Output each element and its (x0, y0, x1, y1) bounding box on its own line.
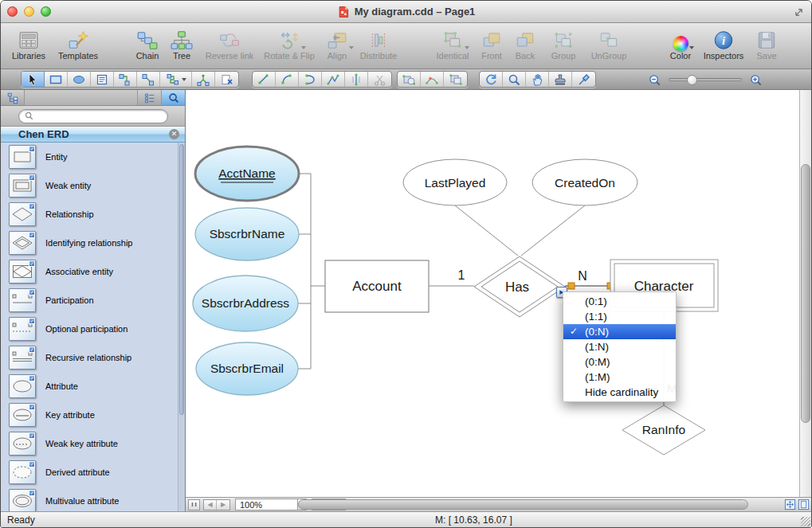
library-item-entity[interactable]: ✓Entity (1, 143, 185, 171)
library-item-multivalue-attribute[interactable]: ✓Multivalue attribute (1, 487, 185, 511)
sidebar-scrollbar-thumb[interactable] (179, 144, 184, 415)
checkbox-icon[interactable]: ✓ (29, 260, 35, 267)
curve-tool-button[interactable] (299, 72, 322, 87)
library-item-optional-participation[interactable]: ✓Optional participation (1, 315, 185, 343)
direct-connector-tool-button[interactable] (137, 72, 160, 87)
text-tool-button[interactable] (91, 72, 114, 87)
relationship-thumbnail[interactable]: ✓ (9, 202, 36, 226)
checkbox-icon[interactable]: ✓ (29, 461, 35, 467)
vertical-scrollbar-thumb[interactable] (801, 164, 810, 423)
zoom-slider-knob[interactable] (687, 75, 697, 85)
checkbox-icon[interactable]: ✓ (29, 318, 35, 324)
select-tool-button[interactable] (22, 72, 45, 87)
checkbox-icon[interactable]: ✓ (29, 404, 35, 410)
resize-grip[interactable] (801, 517, 810, 526)
drawing-canvas[interactable]: M AcctName SbscrbrName SbscrbrAddress Sb… (186, 90, 799, 497)
splitter-button[interactable]: I I (188, 499, 200, 510)
library-item-key-attribute[interactable]: ✓Key attribute (1, 401, 185, 429)
attribute-thumbnail[interactable]: ✓ (9, 374, 36, 398)
checkbox-icon[interactable]: ✓ (29, 490, 35, 496)
fit-to-window-icon[interactable] (784, 499, 796, 510)
key-attribute-thumbnail[interactable]: ✓ (9, 403, 36, 427)
menu-item-1-1[interactable]: (1:1) (563, 309, 676, 324)
library-item-weak-entity[interactable]: ✓Weak entity (1, 171, 185, 200)
menu-item-0-1[interactable]: (0:1) (563, 294, 676, 309)
weak-key-attribute-thumbnail[interactable]: ✓ (9, 432, 36, 456)
multivalue-attribute-thumbnail[interactable]: ✓ (9, 489, 36, 511)
actual-size-icon[interactable] (798, 499, 810, 510)
arc-tool-button[interactable] (276, 72, 299, 87)
line-tool-button[interactable] (253, 72, 276, 87)
fullscreen-icon[interactable] (793, 6, 805, 18)
zoom-percent-field[interactable]: 100% (235, 499, 307, 510)
optional-participation-thumbnail[interactable]: ✓ (9, 317, 36, 341)
zoom-in-icon[interactable] (749, 73, 763, 87)
horizontal-scrollbar-thumb[interactable] (298, 499, 748, 510)
zoom-slider[interactable] (669, 78, 742, 81)
zoom-tool-button[interactable] (503, 72, 526, 87)
tree-connector-tool-button[interactable] (192, 72, 215, 87)
entity-thumbnail[interactable]: ✓ (9, 145, 36, 169)
library-item-derived-attribute[interactable]: ✓Derived attribute (1, 458, 185, 487)
connector-createdon-has[interactable] (521, 205, 585, 256)
library-item-participation[interactable]: ✓Participation (1, 286, 185, 315)
library-tree-button[interactable] (1, 90, 25, 105)
library-search-button[interactable] (161, 90, 185, 105)
checkbox-icon[interactable]: ✓ (29, 232, 35, 238)
library-item-associative-entity[interactable]: ✓Associative entity (1, 257, 185, 286)
participation-thumbnail[interactable]: ✓ (9, 288, 36, 312)
vertical-scrollbar[interactable] (799, 90, 811, 497)
search-field[interactable] (18, 109, 168, 123)
checkbox-icon[interactable]: ✓ (29, 346, 35, 353)
menu-item-1-m[interactable]: (1:M) (563, 370, 676, 385)
checkbox-icon[interactable]: ✓ (29, 146, 35, 152)
checkbox-icon[interactable]: ✓ (29, 432, 35, 439)
menu-item-1-n[interactable]: (1:N) (563, 339, 676, 354)
combine-subtract-tool-button[interactable] (398, 72, 421, 87)
rotate-tool-button[interactable] (480, 72, 503, 87)
zoom-out-icon[interactable] (648, 73, 661, 87)
zoom-window-button[interactable] (41, 6, 51, 17)
minimize-window-button[interactable] (24, 6, 34, 17)
identifying-relationship-thumbnail[interactable]: ✓ (9, 231, 36, 255)
disconnect-tool-button[interactable] (215, 72, 238, 87)
rectangle-tool-button[interactable] (45, 72, 68, 87)
menu-item-0-m[interactable]: (0:M) (563, 354, 676, 370)
pan-tool-button[interactable] (526, 72, 549, 87)
weak-entity-thumbnail[interactable]: ✓ (9, 174, 36, 198)
prev-page-icon[interactable]: ◀ (204, 500, 217, 510)
library-close-icon[interactable]: ✕ (169, 129, 179, 139)
connector-lastplayed-has[interactable] (455, 205, 518, 256)
checkbox-icon[interactable]: ✓ (29, 289, 35, 295)
menu-item-hide-cardinality[interactable]: Hide cardinality (563, 385, 676, 400)
checkbox-icon[interactable]: ✓ (29, 174, 35, 181)
checkbox-icon[interactable]: ✓ (29, 375, 35, 381)
library-item-weak-key-attribute[interactable]: ✓Weak key attribute (1, 429, 185, 458)
elbow-connector-tool-button[interactable] (114, 72, 137, 87)
close-window-button[interactable] (7, 6, 18, 17)
next-page-icon[interactable]: ▶ (217, 500, 229, 510)
derived-attribute-thumbnail[interactable]: ✓ (9, 460, 36, 484)
ellipse-tool-button[interactable] (68, 72, 91, 87)
library-item-identifying-relationship[interactable]: ✓Identifying relationship (1, 229, 185, 257)
search-input[interactable] (37, 111, 162, 122)
polyline-tool-button[interactable] (322, 72, 345, 87)
library-list-view-button[interactable] (137, 90, 161, 105)
split-tool-button[interactable] (345, 72, 368, 87)
attribute-connectors[interactable] (298, 174, 325, 369)
recursive-relationship-thumbnail[interactable]: ✓ (9, 346, 36, 370)
stamp-tool-button[interactable] (549, 72, 572, 87)
toolbar-templates-button[interactable]: Templates (44, 27, 112, 61)
library-item-recursive-relationship[interactable]: ✓Recursive relationship (1, 343, 185, 372)
smart-connector-tool-button[interactable] (160, 72, 192, 87)
library-item-relationship[interactable]: ✓Relationship (1, 200, 185, 229)
menu-item-0-n[interactable]: ✓(0:N) (563, 324, 676, 339)
eyedropper-tool-button[interactable] (572, 72, 595, 87)
checkbox-icon[interactable]: ✓ (29, 203, 35, 209)
sidebar-scrollbar[interactable] (178, 143, 185, 511)
combine-intersect-tool-button[interactable] (421, 72, 444, 87)
associative-entity-thumbnail[interactable]: ✓ (9, 260, 36, 284)
library-item-attribute[interactable]: ✓Attribute (1, 372, 185, 401)
library-header[interactable]: Chen ERD ✕ (1, 127, 185, 143)
connector-handle-start[interactable] (568, 283, 575, 289)
